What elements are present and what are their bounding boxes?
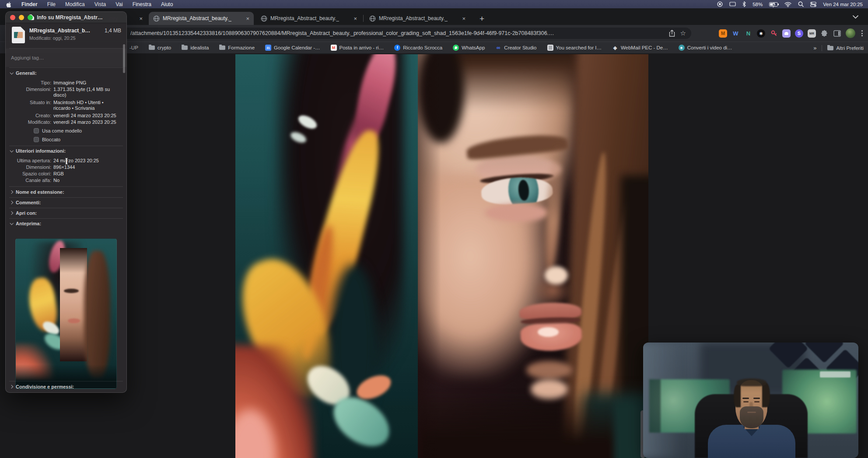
tab-active-mrregista[interactable]: MRregista_Abstract_beauty._ × — [149, 12, 254, 25]
share-icon[interactable] — [669, 30, 675, 37]
info-row-canale-alfa: Canale alfa:No — [6, 178, 124, 183]
folder-icon — [219, 45, 225, 50]
info-window-scrollbar-thumb[interactable] — [123, 44, 125, 73]
minimize-traffic-light[interactable] — [19, 15, 24, 20]
battery-icon[interactable] — [769, 2, 778, 7]
info-window-title: Info su MRregista_Abstr… — [37, 14, 103, 21]
portrait-image — [235, 54, 648, 458]
video-converter-icon — [679, 45, 685, 51]
phantom-extension-icon[interactable] — [782, 29, 791, 38]
info-row-modificato: Modificato:venerdì 24 marzo 2023 20:25 — [6, 119, 124, 125]
solflare-extension-icon[interactable]: S — [795, 29, 803, 38]
section-apri-con[interactable]: Apri con: — [10, 210, 37, 216]
display-icon[interactable] — [729, 2, 736, 7]
info-row-situato-in: Situato in:Macintosh HD • Utenti • ricca… — [6, 100, 124, 111]
metamask-extension-icon[interactable]: M — [719, 29, 727, 38]
bookmark-facebook[interactable]: fRiccardo Scrocca — [394, 45, 442, 51]
bookmark-creator-studio[interactable]: ∞Creator Studio — [495, 45, 536, 51]
tab-mrregista-2[interactable]: MRregista_Abstract_beauty._ × — [256, 12, 361, 25]
blue-wallet-extension-icon[interactable]: W — [732, 29, 740, 38]
bookmark-you-searched[interactable]: You searched for I… — [547, 45, 602, 51]
tab-close-icon[interactable]: × — [246, 15, 249, 22]
checkbox-usa-come-modello[interactable]: Usa come modello — [34, 128, 82, 133]
menu-item-finder[interactable]: Finder — [21, 1, 38, 7]
bookmark-folder-idealista[interactable]: idealista — [182, 45, 209, 50]
menu-item-vista[interactable]: Vista — [94, 1, 106, 7]
other-bookmarks-button[interactable]: Altri Preferiti — [827, 45, 864, 51]
info-row-tipo: Tipo:Immagine PNG — [6, 80, 124, 86]
tab-search-chevron-icon[interactable] — [853, 15, 858, 19]
folder-icon — [827, 46, 833, 50]
bookmarks-separator — [822, 45, 822, 51]
tab-label: MRregista_Abstract_beauty._ — [163, 15, 231, 21]
globe-favicon — [369, 15, 376, 22]
mr-extension-icon[interactable]: MR — [808, 29, 816, 38]
folder-icon — [182, 45, 188, 50]
bookmark-folder-crypto[interactable]: crypto — [149, 45, 171, 50]
address-bar[interactable]: /attachments/1013512335442333816/1088906… — [105, 28, 691, 39]
section-condivisione-e-permessi[interactable]: Condivisione e permessi: — [10, 384, 74, 389]
menu-item-file[interactable]: File — [47, 1, 56, 7]
checkbox-icon[interactable] — [34, 137, 39, 142]
bookmark-whatsapp[interactable]: WhatsApp — [453, 45, 485, 51]
url-text[interactable]: /attachments/1013512335442333816/1088906… — [105, 30, 650, 36]
finder-info-window: Info su MRregista_Abstr… MRregista_Abstr… — [5, 11, 127, 393]
extensions-puzzle-icon[interactable] — [820, 29, 829, 38]
chevron-down-icon — [10, 71, 13, 74]
bookmark-folder-formazione[interactable]: Formazione — [219, 45, 255, 50]
bookmarks-bar: -UP crypto idealista Formazione 31Google… — [0, 42, 868, 53]
zoom-traffic-light[interactable] — [28, 15, 33, 20]
wifi-icon[interactable] — [784, 2, 791, 7]
info-row-creato: Creato:venerdì 24 marzo 2023 20:25 — [6, 113, 124, 119]
screen-recording-icon[interactable] — [717, 1, 723, 7]
menu-item-finestra[interactable]: Finestra — [133, 1, 151, 7]
section-generali[interactable]: Generali: — [10, 70, 37, 76]
bookmarks-overflow-chevrons[interactable]: » — [813, 45, 816, 51]
folder-icon — [149, 45, 155, 50]
close-traffic-light[interactable] — [10, 15, 15, 20]
menu-bar: Finder File Modifica Vista Vai Finestra … — [0, 0, 868, 8]
tab-close-icon[interactable]: × — [354, 15, 357, 22]
bookmark-gmail[interactable]: MPosta in arrivo - ri… — [331, 45, 384, 51]
section-nome-ed-estensione[interactable]: Nome ed estensione: — [10, 189, 64, 195]
bluetooth-icon[interactable] — [742, 1, 746, 7]
dark-extension-icon[interactable]: ∗ — [757, 29, 765, 38]
menu-item-modifica[interactable]: Modifica — [65, 1, 85, 7]
text-cursor-pointer — [64, 158, 69, 164]
file-name: MRregista_Abstract_b… — [29, 28, 90, 34]
control-center-icon[interactable] — [810, 2, 816, 7]
bookmark-star-icon[interactable]: ☆ — [680, 29, 686, 37]
key-extension-icon[interactable] — [770, 29, 778, 38]
facebook-icon: f — [394, 45, 400, 51]
new-tab-button[interactable]: + — [480, 14, 484, 24]
spotlight-search-icon[interactable] — [798, 1, 804, 7]
tags-input[interactable] — [6, 49, 126, 67]
apple-menu-icon[interactable] — [6, 1, 12, 7]
tab-close-icon[interactable]: × — [462, 15, 466, 22]
profile-avatar[interactable] — [846, 28, 855, 38]
natrium-extension-icon[interactable]: N — [744, 29, 752, 38]
whatsapp-icon — [453, 45, 459, 51]
browser-menu-kebab-icon[interactable] — [860, 30, 864, 36]
side-panel-icon[interactable] — [833, 29, 841, 38]
file-size: 1,4 MB — [105, 28, 121, 34]
bookmark-up[interactable]: -UP — [130, 45, 138, 50]
chevron-right-icon — [10, 385, 13, 388]
checkbox-icon[interactable] — [34, 128, 39, 133]
browser-tab-strip: ney × MRregista_Abstract_beauty._ × MRre… — [0, 8, 868, 25]
menu-item-vai[interactable]: Vai — [116, 1, 122, 7]
bookmark-webmail-pec[interactable]: ◆WebMail PEC - De… — [612, 45, 668, 51]
tab-close-icon[interactable]: × — [139, 15, 143, 22]
section-ulteriori-informazioni[interactable]: Ulteriori informazioni: — [10, 148, 66, 154]
bookmark-converti-video[interactable]: Converti i video di… — [679, 45, 732, 51]
menu-bar-clock[interactable]: Ven 24 mar 20:25 — [823, 2, 863, 7]
gmail-icon: M — [331, 45, 337, 51]
section-commenti[interactable]: Commenti: — [10, 200, 41, 205]
bookmark-google-calendar[interactable]: 31Google Calendar -… — [265, 45, 320, 51]
menu-item-aiuto[interactable]: Aiuto — [161, 1, 173, 7]
tab-mrregista-3[interactable]: MRregista_Abstract_beauty._ × — [365, 12, 470, 25]
section-anteprima[interactable]: Anteprima: — [10, 221, 41, 226]
google-calendar-icon: 31 — [265, 45, 271, 51]
checkbox-bloccato[interactable]: Bloccato — [34, 137, 60, 142]
chevron-right-icon — [10, 211, 13, 215]
